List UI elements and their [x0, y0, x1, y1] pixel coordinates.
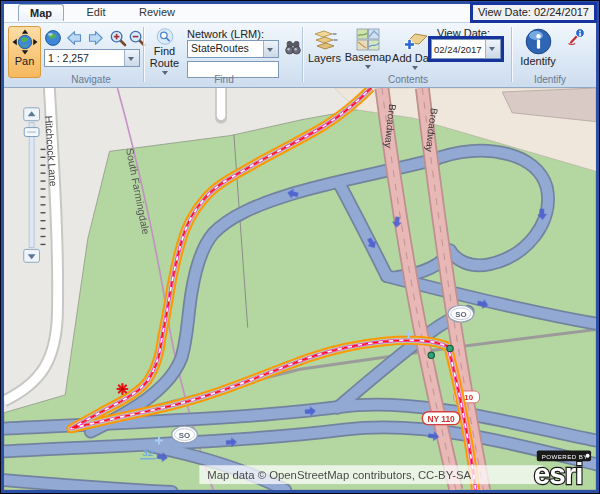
- binoculars-icon[interactable]: [284, 39, 302, 60]
- view-date-annotation-box: [428, 36, 504, 62]
- scale-input[interactable]: [45, 50, 124, 66]
- network-dropdown-arrow-icon[interactable]: [263, 41, 278, 57]
- scale-combobox[interactable]: [44, 49, 140, 67]
- pan-globe-icon: [12, 29, 38, 55]
- find-route-label-1: Find: [154, 46, 175, 57]
- identify-icon: [525, 28, 552, 55]
- basemap-button[interactable]: Basemap: [346, 26, 390, 78]
- esri-wordmark: esri: [534, 457, 583, 490]
- add-data-caret-icon: [412, 66, 418, 73]
- layers-button[interactable]: Layers: [305, 26, 344, 78]
- svg-text:NY 110: NY 110: [427, 414, 455, 424]
- layers-icon: [312, 28, 338, 52]
- identify-pin-icon[interactable]: [566, 28, 586, 51]
- forward-arrow-icon[interactable]: [87, 29, 105, 47]
- basemap-icon: [356, 28, 380, 51]
- map-shield-ny110: NY 110: [422, 412, 459, 425]
- view-date-dropdown-arrow-icon[interactable]: [485, 40, 500, 58]
- network-select-value: StateRoutes: [188, 41, 263, 57]
- svg-text:32: 32: [143, 447, 154, 458]
- back-arrow-icon[interactable]: [65, 29, 83, 47]
- basemap-caret-icon: [365, 65, 371, 72]
- tab-review[interactable]: Review: [128, 4, 186, 21]
- basemap-label: Basemap: [345, 52, 391, 63]
- tab-edit[interactable]: Edit: [70, 4, 122, 21]
- group-label-find: Find: [146, 74, 302, 85]
- view-date-annotation: View Date: 02/24/2017: [470, 2, 597, 23]
- view-date-picker[interactable]: [431, 39, 501, 59]
- find-route-button[interactable]: Find Route: [146, 26, 183, 78]
- scale-dropdown-arrow-icon[interactable]: [124, 50, 139, 66]
- tab-map[interactable]: Map: [18, 4, 64, 21]
- svg-text:SO: SO: [179, 431, 190, 440]
- map-canvas[interactable]: 110 SO SO NY 110 32: [4, 88, 596, 490]
- group-label-identify: Identify: [506, 74, 594, 85]
- zoom-slider-track[interactable]: [29, 123, 34, 248]
- identify-label: Identify: [520, 56, 555, 67]
- esri-logo: POWERED BY esri: [534, 450, 591, 490]
- svg-text:SO: SO: [455, 310, 466, 319]
- map-shield-parkway-right: SO: [448, 305, 474, 322]
- view-date-input[interactable]: [432, 40, 485, 58]
- group-separator: [143, 27, 144, 82]
- group-label-navigate: Navigate: [40, 74, 142, 85]
- group-label-contents: Contents: [306, 74, 510, 85]
- map-shield-parkway-left: SO: [172, 426, 198, 443]
- map-attribution: Map data © OpenStreetMap contributors, C…: [207, 469, 471, 481]
- network-lrm-label: Network (LRM):: [187, 28, 264, 40]
- layers-label: Layers: [308, 53, 341, 64]
- map-viewport[interactable]: 110 SO SO NY 110 32: [4, 88, 596, 490]
- group-separator: [302, 27, 303, 82]
- find-route-label-2: Route: [150, 58, 179, 69]
- full-extent-globe-icon[interactable]: [44, 29, 62, 47]
- pan-label: Pan: [15, 56, 35, 67]
- network-select[interactable]: StateRoutes: [187, 40, 279, 58]
- map-route-start-marker: [117, 384, 127, 394]
- add-data-icon: [402, 28, 428, 52]
- find-route-icon: [153, 28, 177, 45]
- identify-button[interactable]: Identify: [515, 26, 561, 78]
- pan-button[interactable]: Pan: [8, 26, 41, 78]
- ribbon: Pan Navigate: [4, 22, 596, 88]
- zoom-in-icon[interactable]: [109, 29, 127, 47]
